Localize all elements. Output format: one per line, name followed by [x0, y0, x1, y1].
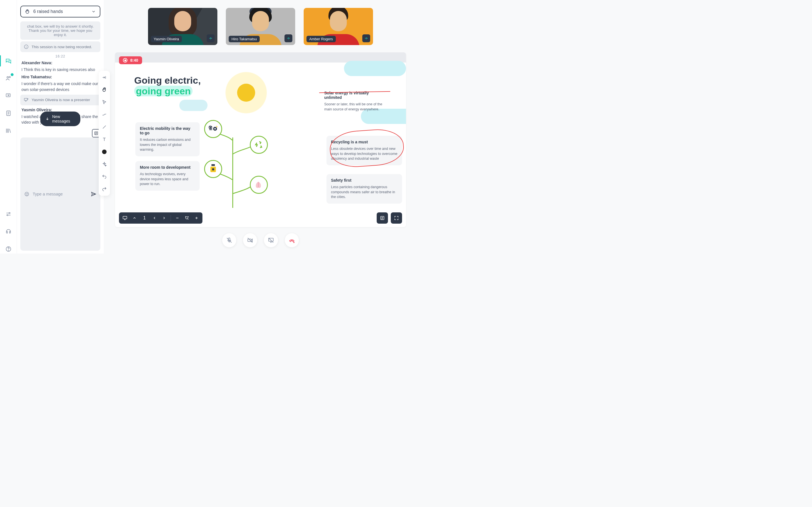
recording-time: 8:40: [130, 58, 138, 62]
card-title: Electric mobility is the way to go: [140, 126, 195, 135]
emoji-icon[interactable]: [24, 191, 29, 196]
svg-point-14: [28, 193, 28, 194]
video-tile[interactable]: Yasmin Oliveira: [148, 8, 217, 45]
send-icon[interactable]: [91, 191, 96, 197]
participant-name: Hiro Takamatsu: [229, 36, 260, 42]
chat-message: Hiro Takamatsu: I wonder if there's a wa…: [21, 75, 99, 93]
tool-pencil-icon[interactable]: [101, 111, 108, 118]
raised-hands-dropdown[interactable]: 6 raised hands: [20, 6, 100, 17]
chat-timestamp: 16:22: [20, 54, 100, 58]
hand-icon: [25, 9, 30, 14]
tool-color-icon[interactable]: [101, 149, 108, 155]
video-tile[interactable]: Hiro Takamatsu: [226, 8, 295, 45]
tool-pointer-icon[interactable]: [101, 99, 108, 106]
mic-toggle-button[interactable]: [222, 233, 236, 247]
svg-rect-20: [212, 168, 214, 170]
recording-banner: This session is now being recorded.: [20, 41, 100, 52]
svg-point-22: [186, 217, 188, 219]
recording-text: This session is now being recorded.: [32, 45, 92, 49]
decorative-shape: [344, 61, 406, 76]
presentation-slide[interactable]: 8:40 Going electric, going green: [115, 52, 406, 227]
sun-illustration: [225, 71, 267, 114]
new-messages-button[interactable]: New messages: [40, 112, 80, 126]
svg-point-0: [7, 76, 8, 78]
next-slide-button[interactable]: [161, 215, 167, 221]
chat-intro-text: chat box, we will try to answer it short…: [24, 24, 97, 37]
slide-title-line2: going green: [134, 86, 193, 97]
audio-indicator-icon: [207, 34, 214, 42]
chat-message: Alexander Nava: I Think this is key in s…: [21, 61, 99, 72]
slide-title-line1: Going electric,: [134, 75, 201, 86]
chat-composer[interactable]: [20, 137, 100, 251]
info-icon: [24, 44, 29, 49]
nav-chat-icon[interactable]: [4, 56, 13, 65]
chevron-down-icon: [91, 9, 96, 14]
card-title: More room to development: [140, 165, 195, 170]
card-title: Safety first: [331, 178, 398, 182]
card-body: Sooner or later, this will be one of the…: [324, 102, 382, 112]
nav-library-icon[interactable]: [4, 126, 13, 135]
tool-redo-icon[interactable]: [101, 186, 108, 192]
arrow-down-icon: [45, 117, 49, 121]
svg-point-13: [26, 193, 27, 194]
svg-rect-21: [123, 216, 127, 219]
nav-settings-icon[interactable]: [4, 210, 13, 219]
screen-share-button[interactable]: [264, 233, 278, 247]
presenter-banner: Yasmin Oliveira is now a presenter: [20, 95, 100, 105]
notification-dot: [11, 73, 13, 76]
prev-slide-button[interactable]: [151, 215, 158, 221]
svg-point-17: [214, 128, 216, 129]
zoom-fit-button[interactable]: [184, 215, 190, 221]
new-messages-label: New messages: [52, 114, 75, 123]
recording-badge: 8:40: [119, 56, 142, 64]
nav-support-icon[interactable]: [4, 227, 13, 236]
annotation-toolbar: [99, 71, 110, 196]
record-icon: [123, 58, 128, 62]
nav-help-icon[interactable]: [4, 244, 13, 253]
notes-button[interactable]: [377, 212, 388, 224]
video-tile[interactable]: Amber Rogers: [304, 8, 373, 45]
tool-undo-icon[interactable]: [101, 173, 108, 180]
tool-collapse-icon[interactable]: [101, 74, 108, 81]
presenter-text: Yasmin Oliveira is now a presenter: [32, 98, 90, 102]
svg-rect-18: [211, 164, 215, 166]
svg-point-7: [8, 250, 8, 250]
participant-name: Amber Rogers: [306, 36, 336, 42]
svg-point-1: [9, 76, 10, 78]
camera-toggle-button[interactable]: [243, 233, 257, 247]
zoom-out-button[interactable]: [174, 215, 181, 221]
tool-text-icon[interactable]: [101, 136, 108, 143]
svg-point-4: [9, 213, 10, 214]
slide-card: More room to development As technology e…: [135, 161, 200, 191]
zoom-in-button[interactable]: [193, 215, 200, 221]
tool-hand-icon[interactable]: [101, 87, 108, 93]
chat-intro-snippet: chat box, we will try to answer it short…: [20, 21, 100, 40]
chat-author: Hiro Takamatsu:: [21, 75, 99, 79]
card-body: Less particles containing dangerous comp…: [331, 185, 398, 200]
audio-indicator-icon: [362, 34, 370, 42]
raised-hands-label: 6 raised hands: [33, 9, 63, 14]
nav-notes-icon[interactable]: [4, 109, 13, 118]
card-body: As technology evolves, every device requ…: [140, 172, 195, 187]
leave-call-button[interactable]: [285, 233, 299, 247]
audio-indicator-icon: [285, 34, 292, 42]
chat-body: I wonder if there's a way we could make …: [21, 81, 99, 93]
nav-qa-icon[interactable]: [4, 91, 13, 100]
card-body: It reduces carbon emissions and lowers t…: [140, 137, 195, 152]
tool-line-icon[interactable]: [101, 124, 108, 130]
slide-card: Electric mobility is the way to go It re…: [135, 122, 200, 156]
fullscreen-button[interactable]: [391, 212, 402, 224]
decorative-shape: [179, 100, 207, 111]
chevron-up-icon[interactable]: [132, 215, 138, 221]
page-current: 1: [141, 216, 148, 221]
slide-card: Safety first Less particles containing d…: [326, 174, 402, 204]
present-mode-button[interactable]: [122, 215, 128, 221]
tool-ai-icon[interactable]: [101, 161, 108, 168]
svg-point-10: [28, 99, 28, 100]
presenter-icon: [24, 98, 29, 103]
svg-point-5: [7, 215, 8, 216]
svg-rect-9: [24, 98, 28, 101]
participant-name: Yasmin Oliveira: [151, 36, 182, 42]
chat-input[interactable]: [33, 192, 87, 196]
nav-people-icon[interactable]: [4, 74, 13, 83]
